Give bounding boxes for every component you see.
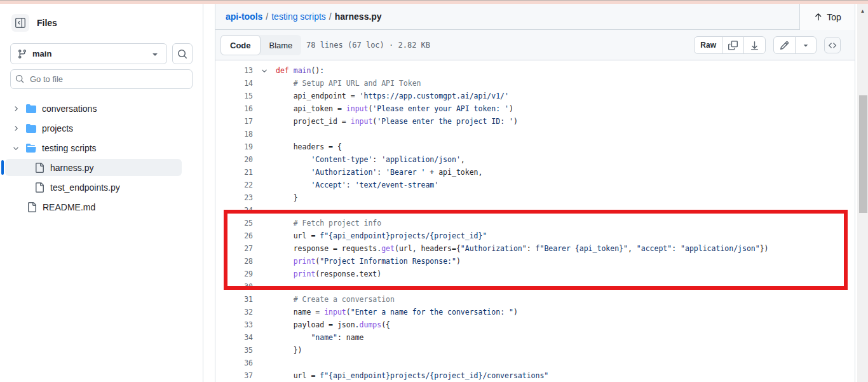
branch-name: main [32, 49, 145, 58]
tab-code[interactable]: Code [220, 35, 261, 55]
breadcrumb-separator: / [266, 11, 268, 22]
code-text: # Create a conversation [276, 293, 395, 306]
line-number[interactable]: 28 [215, 257, 253, 266]
file-meta: 78 lines (67 loc) · 2.82 KB [306, 30, 430, 60]
line-number[interactable]: 18 [215, 130, 253, 139]
tree-item-testing-scripts[interactable]: testing scripts [0, 138, 203, 158]
tree-item-label: harness.py [50, 163, 93, 173]
line-number[interactable]: 35 [215, 346, 253, 355]
code-text: name = input("Enter a name for the conve… [276, 306, 518, 318]
edit-button-group [773, 36, 817, 54]
raw-button-group: Raw [694, 36, 766, 54]
code-line-31: 31 # Create a conversation [215, 293, 855, 306]
branch-selector[interactable]: main [10, 43, 167, 64]
chevron-right-icon [12, 125, 20, 132]
tree-item-test-endpoints-py[interactable]: test_endpoints.py [0, 177, 203, 197]
download-button[interactable] [743, 36, 766, 54]
breadcrumb-testing-scripts[interactable]: testing scripts [271, 11, 326, 22]
code-line-17: 17 project_id = input('Please enter the … [215, 115, 855, 128]
edit-dropdown-button[interactable] [795, 36, 817, 54]
code-text: 'Authorization': 'Bearer ' + api_token, [276, 166, 482, 179]
code-text: url = f"{api_endpoint}projects/{project_… [276, 369, 548, 382]
line-number[interactable]: 25 [215, 219, 253, 228]
collapse-region-icon[interactable] [261, 67, 268, 74]
tree-item-label: conversations [42, 104, 97, 114]
breadcrumb-separator: / [329, 11, 332, 22]
tab-blame[interactable]: Blame [261, 35, 302, 55]
line-number[interactable]: 14 [215, 79, 253, 88]
line-number[interactable]: 36 [215, 358, 253, 367]
file-icon [34, 182, 44, 193]
copy-icon [728, 41, 738, 50]
code-line-14: 14 # Setup API URL and API Token [215, 77, 855, 90]
line-number[interactable]: 31 [215, 295, 253, 304]
code-line-15: 15 api_endpoint = 'https://app.customgpt… [215, 90, 855, 102]
symbols-icon [829, 41, 837, 50]
line-number[interactable]: 13 [215, 66, 253, 75]
tree-item-harness-py[interactable]: harness.py [0, 158, 203, 177]
line-number[interactable]: 16 [215, 104, 253, 113]
raw-button[interactable]: Raw [694, 36, 722, 54]
code-text: project_id = input('Please enter the pro… [276, 115, 518, 128]
line-number[interactable]: 30 [215, 282, 253, 291]
line-number[interactable]: 15 [215, 92, 253, 100]
line-number[interactable]: 34 [215, 333, 253, 342]
line-number[interactable]: 17 [215, 117, 253, 126]
tree-item-label: projects [42, 123, 73, 133]
scrollbar-up-arrow[interactable]: ▲ [857, 6, 868, 15]
folder-icon [26, 123, 36, 133]
code-line-29: 29 print(response.text) [215, 268, 855, 280]
tree-item-conversations[interactable]: conversations [0, 99, 203, 118]
code-text: def main(): [276, 64, 324, 77]
line-number[interactable]: 37 [215, 371, 253, 380]
code-text: }) [276, 344, 302, 357]
pencil-icon [780, 41, 789, 50]
code-line-34: 34 "name": name [215, 331, 855, 344]
tree-item-label: test_endpoints.py [50, 182, 120, 193]
code-text: payload = json.dumps({ [276, 318, 390, 331]
breadcrumb-api-tools[interactable]: api-tools [226, 11, 262, 22]
chevron-down-icon [12, 144, 20, 152]
line-number[interactable]: 20 [215, 155, 253, 164]
code-line-33: 33 payload = json.dumps({ [215, 318, 855, 331]
line-number[interactable]: 32 [215, 308, 253, 317]
scrollbar: ▲ [857, 4, 868, 382]
top-button-label: Top [827, 12, 841, 22]
tree-item-readme-md[interactable]: README.md [0, 197, 203, 217]
tree-search-button[interactable] [172, 43, 193, 64]
code-line-27: 27 response = requests.get(url, headers=… [215, 242, 855, 255]
go-to-file-input[interactable] [10, 69, 193, 89]
code-text: api_token = input('Please enter your API… [276, 102, 513, 115]
edit-button[interactable] [773, 36, 796, 54]
file-view: api-tools/testing scripts/harness.py Top… [215, 4, 855, 382]
code-text: } [276, 191, 298, 204]
code-line-20: 20 'Content-type': 'application/json', [215, 153, 855, 166]
download-icon [750, 41, 759, 50]
git-branch-icon [17, 49, 27, 59]
line-number[interactable]: 22 [215, 181, 253, 189]
code-line-24: 24 [215, 204, 855, 217]
symbols-panel-button[interactable] [824, 37, 841, 53]
sidebar-panel-icon [15, 18, 25, 28]
code-line-32: 32 name = input("Enter a name for the co… [215, 306, 855, 318]
folder-open-icon [26, 143, 36, 153]
line-number[interactable]: 29 [215, 269, 253, 278]
tree-item-projects[interactable]: projects [0, 118, 203, 138]
line-number[interactable]: 33 [215, 320, 253, 329]
line-number[interactable]: 27 [215, 244, 253, 253]
scroll-to-top-button[interactable]: Top [799, 4, 855, 30]
line-number[interactable]: 23 [215, 193, 253, 202]
file-icon [27, 202, 37, 212]
scrollbar-thumb[interactable] [859, 95, 867, 213]
file-tree: conversationsprojectstesting scriptsharn… [0, 99, 203, 217]
line-number[interactable]: 24 [215, 206, 253, 215]
line-number[interactable]: 26 [215, 231, 253, 240]
folder-icon [26, 104, 36, 114]
copy-button[interactable] [722, 36, 744, 54]
file-icon [34, 163, 44, 173]
line-number[interactable]: 19 [215, 142, 253, 151]
caret-down-icon [801, 41, 810, 50]
line-number[interactable]: 21 [215, 168, 253, 177]
code-line-23: 23 } [215, 191, 855, 204]
collapse-sidebar-button[interactable] [11, 14, 29, 32]
